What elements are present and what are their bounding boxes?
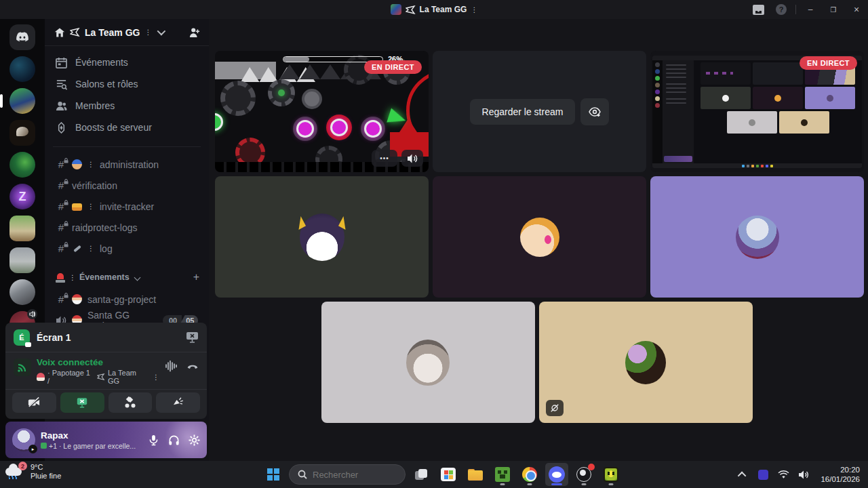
voice-connected-label[interactable]: Voix connectée	[37, 357, 159, 367]
close-button[interactable]: ×	[845, 0, 868, 19]
mirror-user-panel	[664, 156, 692, 162]
inbox-button[interactable]	[747, 0, 770, 19]
server-icon-8[interactable]	[9, 279, 35, 305]
taskbar-clock[interactable]: 20:20 16/01/2026	[815, 465, 864, 484]
participant-avatar	[520, 218, 559, 257]
camera-button[interactable]	[12, 392, 56, 413]
obs-button[interactable]	[572, 463, 595, 486]
channel-administration[interactable]: # ⋮ administration	[50, 154, 203, 175]
search-input[interactable]	[313, 470, 387, 480]
settings-gear-icon[interactable]	[189, 434, 200, 446]
siren-emoji	[56, 272, 66, 283]
server-icon-5[interactable]	[9, 184, 35, 209]
channel-raidprotect-logs[interactable]: # raidprotect-logs	[50, 217, 203, 238]
channel-label: raidprotect-logs	[72, 222, 138, 233]
soundboard-button[interactable]	[156, 392, 200, 413]
soundboard-icon	[172, 396, 184, 409]
noise-suppression-icon[interactable]	[165, 360, 177, 372]
server-icon-7[interactable]	[9, 247, 35, 273]
headphones-icon[interactable]	[168, 434, 180, 446]
discord-home-button[interactable]	[9, 24, 35, 50]
menu-label: Boosts de serveur	[75, 122, 152, 133]
server-icon-3[interactable]	[9, 120, 35, 146]
minecraft-button[interactable]	[491, 463, 514, 486]
microphone-icon[interactable]	[148, 434, 159, 446]
voice-server-divider: ⋮	[153, 373, 159, 381]
discord-button-active[interactable]	[545, 463, 568, 486]
taskbar-search[interactable]	[289, 464, 406, 485]
start-button[interactable]	[262, 463, 285, 486]
discord-tray-button[interactable]	[754, 464, 772, 485]
sidebar-item-channels-roles[interactable]: Salons et rôles	[50, 73, 203, 95]
chevron-down-icon	[134, 274, 140, 281]
channel-verification[interactable]: # vérification	[50, 175, 203, 196]
create-channel-icon[interactable]: +	[193, 271, 199, 283]
invite-people-icon[interactable]	[189, 27, 201, 38]
search-icon	[298, 470, 307, 479]
task-view-button[interactable]	[410, 463, 433, 486]
participant-tile-5[interactable]	[539, 302, 753, 423]
sidebar-item-members[interactable]: Membres	[50, 95, 203, 117]
stream-tile-game[interactable]: 26% EN DIRECT •••	[215, 51, 429, 172]
participant-avatar	[406, 340, 450, 386]
participant-tile-2[interactable]	[433, 176, 646, 298]
activities-button[interactable]	[108, 392, 153, 413]
weather-widget[interactable]: 2 9°C Pluie fine	[5, 463, 61, 481]
notification-badge: 2	[18, 462, 27, 470]
participant-tile-1[interactable]	[215, 176, 429, 298]
sidebar-item-boosts[interactable]: Boosts de serveur	[50, 117, 203, 138]
screen-share-button[interactable]	[60, 392, 104, 413]
help-button[interactable]: ?	[770, 0, 793, 19]
chrome-button[interactable]	[518, 463, 541, 486]
stop-streaming-icon[interactable]	[186, 331, 199, 343]
sidebar-item-events[interactable]: Événements	[50, 52, 203, 73]
channel-invite-tracker[interactable]: # ⋮ invite-tracker	[50, 196, 203, 217]
tray-expand-button[interactable]	[734, 464, 751, 485]
calendar-icon	[56, 57, 67, 68]
user-avatar[interactable]	[12, 428, 35, 451]
channel-santa-gg-project[interactable]: # santa-gg-project	[50, 289, 203, 310]
watch-preview-button[interactable]	[580, 98, 609, 125]
channel-log[interactable]: # ⋮ log	[50, 238, 203, 259]
folder-icon	[468, 469, 483, 481]
server-menu: Événements Salons et rôles Membres Boost…	[45, 46, 209, 141]
server-icon-4[interactable]	[9, 152, 35, 178]
screen-share-title: Écran 1	[37, 332, 179, 343]
green-square-emoji	[41, 443, 47, 449]
game-orb	[330, 119, 348, 136]
weather-condition: Pluie fine	[31, 472, 61, 481]
server-icon-6[interactable]	[9, 216, 35, 241]
live-badge: EN DIRECT	[800, 56, 857, 70]
stream-tile-screen-mirror[interactable]: EN DIRECT	[650, 51, 864, 172]
active-server-indicator	[0, 94, 3, 108]
voice-status-panel: Voix connectée · Papotage 1 / La Team GG…	[5, 352, 207, 390]
task-view-icon	[415, 469, 427, 480]
window-title: La Team GG	[420, 5, 467, 14]
maximize-button[interactable]: ❒	[822, 0, 845, 19]
stream-volume-button[interactable]	[401, 150, 423, 167]
microsoft-store-button[interactable]	[437, 463, 460, 486]
stream-more-button[interactable]: •••	[372, 150, 397, 167]
mirror-server-rail	[652, 60, 663, 163]
sidebar-separator	[53, 146, 201, 147]
minimize-button[interactable]: –	[799, 0, 822, 19]
server-icon-2-active[interactable]	[9, 88, 35, 114]
watch-stream-button[interactable]: Regarder le stream	[470, 99, 576, 125]
geometry-dash-button[interactable]	[599, 463, 623, 486]
volume-button[interactable]	[795, 464, 812, 485]
network-button[interactable]	[774, 464, 792, 485]
participant-tile-3[interactable]	[650, 176, 864, 298]
discord-app: La Team GG ⋮ Événements Salons et rôles …	[0, 19, 868, 461]
participant-tile-4[interactable]	[321, 302, 535, 423]
voice-actions	[5, 390, 207, 419]
server-header[interactable]: La Team GG ⋮	[45, 19, 209, 46]
server-icon-1[interactable]	[9, 56, 35, 82]
disconnect-call-icon[interactable]	[186, 360, 199, 372]
category-divider: ⋮	[69, 274, 76, 281]
category-events[interactable]: ⋮ Évenements +	[45, 262, 209, 286]
screen-share-thumbnail: É	[14, 329, 30, 346]
guild-badge-icon	[406, 5, 416, 14]
file-explorer-button[interactable]	[464, 463, 487, 486]
minecraft-icon	[495, 467, 510, 482]
screen-share-active-icon	[76, 396, 88, 409]
